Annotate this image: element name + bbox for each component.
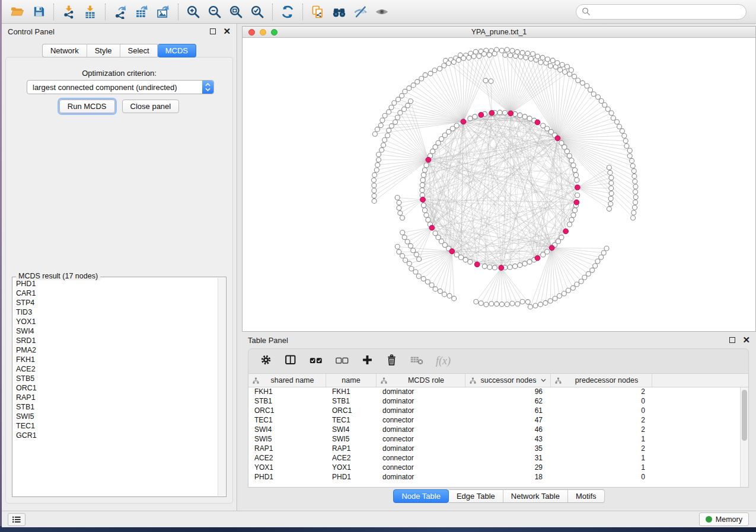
graph-node[interactable]	[579, 279, 583, 284]
mcds-hub-node[interactable]	[426, 157, 431, 162]
graph-node[interactable]	[572, 74, 577, 79]
tab-edge-table[interactable]: Edge Table	[449, 489, 503, 503]
table-row-ORC1[interactable]: ORC1ORC1dominator610	[248, 406, 748, 416]
graph-node[interactable]	[631, 210, 636, 215]
graph-node[interactable]	[372, 188, 377, 193]
graph-node[interactable]	[565, 65, 570, 69]
graph-node[interactable]	[627, 148, 632, 153]
graph-node[interactable]	[595, 259, 600, 264]
close-panel-button[interactable]: Close panel	[122, 100, 180, 113]
graph-node[interactable]	[563, 70, 567, 75]
graph-node[interactable]	[633, 195, 638, 200]
table-row-ACE2[interactable]: ACE2ACE2connector311	[248, 454, 748, 463]
graph-node[interactable]	[421, 277, 426, 281]
graph-node[interactable]	[608, 196, 613, 201]
import-network-button[interactable]	[58, 2, 79, 21]
graph-node[interactable]	[467, 55, 471, 60]
graph-node[interactable]	[553, 296, 557, 301]
graph-node[interactable]	[522, 114, 527, 119]
graph-node[interactable]	[379, 148, 384, 152]
mcds-result-item[interactable]: STB5	[16, 374, 217, 383]
graph-node[interactable]	[615, 120, 620, 124]
graph-node[interactable]	[543, 300, 548, 305]
mcds-result-item[interactable]: SWI5	[16, 412, 217, 421]
graph-node[interactable]	[623, 139, 628, 143]
graph-node[interactable]	[389, 105, 394, 110]
graph-node[interactable]	[622, 133, 627, 138]
graph-node[interactable]	[548, 299, 553, 303]
graph-node[interactable]	[442, 63, 446, 68]
graph-node[interactable]	[400, 216, 405, 220]
float-panel-icon[interactable]	[210, 28, 216, 34]
graph-node[interactable]	[381, 143, 386, 148]
graph-node[interactable]	[421, 203, 426, 208]
graph-node[interactable]	[473, 49, 478, 54]
graph-node[interactable]	[429, 283, 434, 287]
graph-node[interactable]	[531, 52, 535, 56]
graph-node[interactable]	[407, 261, 412, 266]
graph-node[interactable]	[492, 52, 497, 56]
mcds-hub-node[interactable]	[449, 249, 455, 254]
graph-node[interactable]	[575, 282, 579, 287]
mcds-result-item[interactable]: RAP1	[16, 393, 217, 402]
graph-node[interactable]	[463, 257, 468, 262]
table-row-FKH1[interactable]: FKH1FKH1dominator962	[248, 387, 748, 397]
graph-node[interactable]	[605, 107, 610, 111]
graph-node[interactable]	[548, 63, 553, 68]
mcds-hub-node[interactable]	[575, 185, 580, 190]
table-row-RAP1[interactable]: RAP1RAP1dominator352	[248, 444, 748, 454]
mcds-hub-node[interactable]	[555, 136, 560, 141]
graph-node[interactable]	[535, 54, 540, 59]
show-all-button[interactable]	[371, 2, 393, 21]
column-header-predecessor-nodes[interactable]: predecessor nodes	[551, 374, 652, 387]
graph-node[interactable]	[575, 193, 580, 198]
search-input[interactable]	[594, 6, 746, 18]
graph-node[interactable]	[567, 153, 572, 158]
deselect-all-button[interactable]	[335, 355, 349, 368]
import-table-button[interactable]	[79, 2, 101, 21]
graph-node[interactable]	[560, 62, 564, 67]
graph-node[interactable]	[518, 113, 522, 117]
graph-node[interactable]	[515, 50, 520, 55]
graph-node[interactable]	[527, 259, 532, 264]
graph-node[interactable]	[487, 53, 492, 57]
graph-node[interactable]	[374, 168, 379, 172]
graph-node[interactable]	[545, 249, 550, 254]
graph-node[interactable]	[454, 252, 459, 257]
graph-node[interactable]	[627, 153, 632, 158]
refresh-layout-button[interactable]	[277, 2, 298, 21]
graph-node[interactable]	[382, 137, 387, 142]
graph-node[interactable]	[631, 169, 636, 174]
graph-node[interactable]	[513, 264, 518, 268]
graph-node[interactable]	[417, 257, 422, 262]
graph-node[interactable]	[585, 84, 589, 88]
column-header-shared-name[interactable]: shared name	[248, 374, 326, 387]
graph-node[interactable]	[372, 172, 377, 177]
function-builder-button[interactable]: f(x)	[436, 355, 451, 367]
graph-node[interactable]	[624, 144, 629, 149]
graph-node[interactable]	[550, 58, 555, 63]
graph-node[interactable]	[503, 53, 508, 57]
graph-node[interactable]	[520, 50, 525, 55]
tab-network-table[interactable]: Network Table	[503, 489, 568, 503]
graph-node[interactable]	[620, 129, 624, 133]
graph-node[interactable]	[631, 216, 636, 220]
mcds-result-item[interactable]: STB1	[16, 402, 217, 412]
table-row-SWI5[interactable]: SWI5SWI5connector431	[248, 435, 748, 444]
graph-node[interactable]	[609, 175, 614, 180]
add-column-button[interactable]	[361, 354, 374, 368]
graph-node[interactable]	[430, 149, 435, 153]
graph-node[interactable]	[411, 248, 416, 253]
graph-node[interactable]	[424, 213, 429, 217]
graph-node[interactable]	[607, 165, 611, 170]
graph-node[interactable]	[630, 164, 635, 168]
mcds-hub-node[interactable]	[549, 245, 554, 251]
graph-node[interactable]	[558, 68, 563, 72]
graph-node[interactable]	[432, 68, 437, 73]
graph-node[interactable]	[409, 267, 414, 271]
graph-node[interactable]	[571, 163, 576, 168]
graph-node[interactable]	[392, 101, 397, 105]
column-header-MCDS-role[interactable]: MCDS role	[377, 374, 465, 387]
graph-node[interactable]	[387, 110, 391, 114]
graph-node[interactable]	[559, 235, 564, 240]
